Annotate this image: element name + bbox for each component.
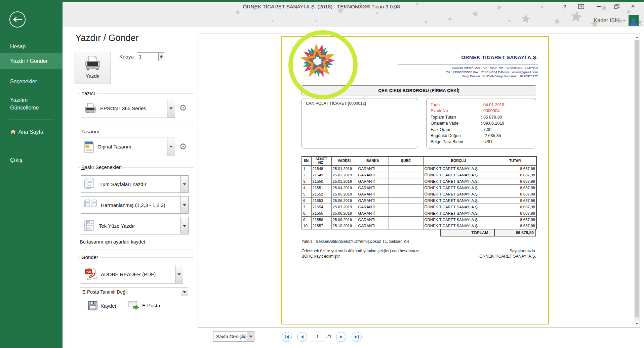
sidebar-item-yazdir-gonder[interactable]: Yazdır / Gönder xyxy=(0,53,63,69)
send-target-arrow[interactable] xyxy=(175,265,183,283)
copies-stepper[interactable] xyxy=(158,52,164,61)
info-label: Ortalama Vade xyxy=(431,120,481,126)
info-row: Evrak No: 0000004 xyxy=(431,108,532,114)
table-column-header: SN. xyxy=(302,157,311,165)
table-row: 4.2155125.04.2019GARANTİÖRNEK TİCARET SA… xyxy=(302,184,536,191)
pages-option-select[interactable]: Tüm Sayfaları Yazdır xyxy=(81,175,189,193)
info-value: : 04.01.2019 xyxy=(481,102,505,108)
email-status-arrow[interactable] xyxy=(181,288,188,296)
sidebar-item-hesap[interactable]: Hesap xyxy=(0,42,63,52)
page-number-input[interactable] xyxy=(310,331,325,342)
doc-closing: Saygılarımızla. xyxy=(437,249,536,253)
address-line-2: Tel : 21565555555 Fax : 214514554 E-Post… xyxy=(363,70,538,74)
close-button[interactable]: × xyxy=(628,3,638,10)
doc-note-line1: Ödenmek üzere yukarıda dökümü yapılan çe… xyxy=(301,249,419,253)
duplex-option-select[interactable]: Tek Yüze Yazdır xyxy=(81,217,189,234)
pages-option-arrow[interactable] xyxy=(180,176,188,192)
page-total-label: /1 xyxy=(327,334,332,339)
sidebar-item-secenekler[interactable]: Seçenekler xyxy=(0,77,63,87)
design-settings-gear-icon[interactable]: ⚙ xyxy=(179,142,187,151)
scrollbar-thumb[interactable] xyxy=(635,40,639,317)
design-icon xyxy=(84,141,94,153)
email-send-icon xyxy=(128,301,139,310)
save-button-label: Kaydet xyxy=(100,303,116,309)
collate-option-select[interactable]: Harmanlanmış (1,2,3 - 1,2,3) xyxy=(81,196,189,214)
senet-table-header-row: SN.SENET NO.VADESİBANKAŞUBEBORÇLUTUTAR xyxy=(302,157,536,165)
email-button[interactable]: E-Posta xyxy=(128,301,160,310)
user-menu[interactable]: Kader IŞIK xyxy=(594,15,639,26)
send-target-value: ADOBE READER (PDF) xyxy=(101,271,156,277)
zoom-mode-value: Sayfa Genişliği xyxy=(216,334,247,339)
print-button[interactable]: Yazdır xyxy=(75,52,111,84)
printer-select[interactable]: EPSON L365 Series xyxy=(81,99,175,118)
ribbon-display-button[interactable] xyxy=(576,3,586,10)
table-column-header: SENET NO. xyxy=(311,157,331,165)
all-pages-icon xyxy=(84,178,96,190)
amount-in-words: Yalnız : SeksenAltıBinSekizYüzYetmişDoku… xyxy=(301,239,409,244)
sidebar-item-yazilim-guncelleme[interactable]: Yazılım Güncelleme xyxy=(0,94,50,114)
printer-select-value: EPSON L365 Series xyxy=(100,105,146,111)
previous-page-button[interactable] xyxy=(297,332,307,342)
design-select-arrow[interactable] xyxy=(167,137,175,156)
info-row: Faiz Oranı: 7,00 xyxy=(431,127,532,133)
copies-input[interactable] xyxy=(137,52,158,61)
restore-icon xyxy=(614,4,619,9)
printer-select-arrow[interactable] xyxy=(167,99,175,118)
vertical-scrollbar[interactable] xyxy=(634,34,640,327)
scroll-down-button[interactable] xyxy=(634,321,640,327)
senet-table: SN.SENET NO.VADESİBANKAŞUBEBORÇLUTUTAR 1… xyxy=(301,156,537,229)
chevron-down-icon xyxy=(622,20,626,23)
window-title: ÖRNEK TİCARET SANAYİ A.Ş. (2018) - TEKNO… xyxy=(63,4,580,10)
scroll-up-button[interactable] xyxy=(634,34,640,40)
sidebar: Hesap Yazdır / Gönder Seçenekler Yazılım… xyxy=(0,0,63,348)
info-label: Belge Para Birimi xyxy=(431,139,481,145)
doc-company-name: ÖRNEK TİCARET SANAYİ A.Ş. xyxy=(363,54,538,60)
info-value: : -2 635,35 xyxy=(481,133,501,139)
duplex-option-arrow[interactable] xyxy=(180,217,188,234)
table-row: 10.2155725.10.2019GARANTİÖRNEK TİCARET S… xyxy=(302,223,536,229)
back-arrow-icon xyxy=(12,16,23,23)
scroll-down-icon xyxy=(636,323,638,326)
home-icon xyxy=(10,129,16,135)
info-value: : 0000004 xyxy=(481,108,500,114)
design-select[interactable]: Orjinal Tasarım xyxy=(81,137,175,156)
single-side-icon xyxy=(84,220,95,232)
sidebar-divider xyxy=(9,120,54,120)
info-label: Tarih xyxy=(431,102,481,108)
last-page-button[interactable] xyxy=(352,332,362,342)
customer-name: CAN POLAT TİCARET {0000012} xyxy=(306,101,366,106)
minimize-button[interactable] xyxy=(594,3,603,10)
scroll-up-icon xyxy=(636,35,638,38)
print-button-label: Yazdır xyxy=(86,73,100,79)
save-button[interactable]: Kaydet xyxy=(88,301,116,310)
preview-toolbar xyxy=(198,329,640,348)
help-button[interactable]: ? xyxy=(560,3,569,10)
first-page-button[interactable] xyxy=(282,332,292,342)
info-row: Tarih: 04.01.2019 xyxy=(431,102,532,108)
sidebar-item-cikis[interactable]: Çıkış xyxy=(0,155,63,165)
send-target-select[interactable]: PDF ADOBE READER (PDF) xyxy=(81,265,183,284)
person-icon xyxy=(629,17,638,26)
next-page-button[interactable] xyxy=(336,332,346,342)
info-value: : 7,00 xyxy=(481,127,491,133)
sidebar-item-ana-sayfa[interactable]: Ana Sayfa xyxy=(0,127,63,137)
back-button[interactable] xyxy=(9,11,26,28)
save-design-settings-link[interactable]: Bu tasarım için ayarları kaydet. xyxy=(80,239,147,245)
email-status-select[interactable]: E-Posta Tanımlı Değil xyxy=(80,288,188,296)
info-label: Bugünkü Değeri xyxy=(431,133,481,139)
stepper-down-icon xyxy=(160,57,163,60)
zoom-mode-select[interactable]: Sayfa Genişliği xyxy=(213,331,254,342)
collate-option-value: Harmanlanmış (1,2,3 - 1,2,3) xyxy=(101,202,165,208)
zoom-mode-arrow[interactable] xyxy=(247,332,254,341)
table-row: 6.2155325.06.2019GARANTİÖRNEK TİCARET SA… xyxy=(302,197,536,204)
table-row: 7.2155425.07.2019GARANTİÖRNEK TİCARET SA… xyxy=(302,204,536,210)
printer-settings-gear-icon[interactable]: ⚙ xyxy=(179,103,187,112)
avatar[interactable] xyxy=(629,15,639,26)
email-status-value: E-Posta Tanımlı Değil xyxy=(82,289,127,295)
collate-option-arrow[interactable] xyxy=(180,197,188,213)
email-button-label: E-Posta xyxy=(142,303,160,308)
printer-icon xyxy=(83,55,103,71)
info-row: Belge Para Birimi: USD xyxy=(431,139,532,145)
restore-button[interactable] xyxy=(612,3,621,10)
ribbon-display-icon xyxy=(578,4,584,9)
